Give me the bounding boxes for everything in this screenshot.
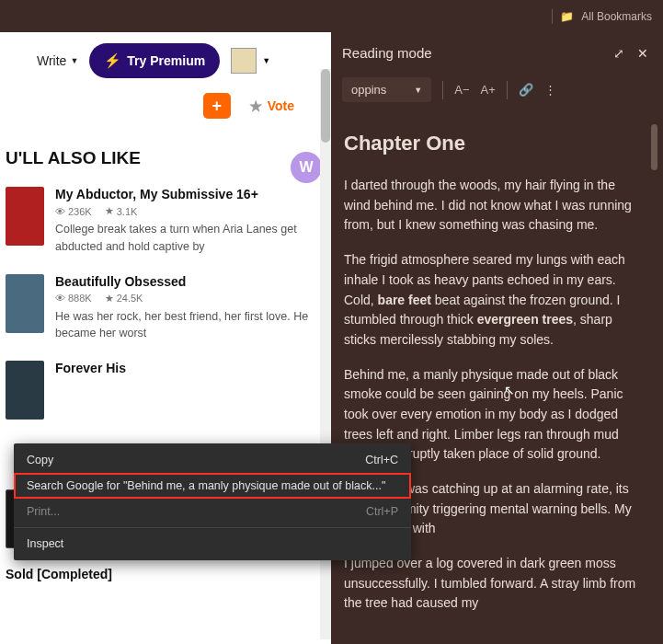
context-inspect[interactable]: Inspect <box>14 531 411 557</box>
stars-stat: ★3.1K <box>105 205 138 217</box>
close-icon[interactable]: ✕ <box>637 46 648 61</box>
story-item[interactable]: My Abductor, My Submissive 16+ 👁236K ★3.… <box>6 178 326 265</box>
font-selector[interactable]: oppins ▼ <box>342 77 431 102</box>
w-badge[interactable]: W <box>291 152 322 183</box>
chevron-down-icon: ▼ <box>70 56 78 65</box>
pin-icon[interactable]: ⤢ <box>613 46 624 61</box>
vote-button[interactable]: ★ Vote <box>249 98 294 115</box>
views-stat: 👁236K <box>55 205 92 217</box>
more-icon[interactable]: ⋮ <box>544 83 556 97</box>
story-item[interactable]: Beautifully Obsessed 👁888K ★24.5K He was… <box>6 265 326 352</box>
paragraph: The frigid atmosphere seared my lungs wi… <box>344 250 637 350</box>
story-item[interactable]: Forever His <box>6 351 326 429</box>
story-cover <box>6 187 44 246</box>
context-print[interactable]: Print... Ctrl+P <box>14 499 411 524</box>
star-icon: ★ <box>249 98 262 115</box>
star-icon: ★ <box>105 293 114 305</box>
user-menu[interactable]: ▼ <box>231 48 270 74</box>
write-button[interactable]: Write ▼ <box>37 53 78 68</box>
eye-icon: 👁 <box>55 206 65 217</box>
folder-icon: 📁 <box>560 10 574 23</box>
story-title[interactable]: Forever His <box>55 361 326 375</box>
try-premium-button[interactable]: ⚡ Try Premium <box>89 43 220 78</box>
font-decrease-button[interactable]: A− <box>454 83 469 97</box>
eye-icon: 👁 <box>55 293 65 304</box>
story-item[interactable]: Sold [Completed] <box>6 558 326 594</box>
chevron-down-icon: ▼ <box>262 56 270 65</box>
add-button[interactable]: + <box>203 93 231 119</box>
story-title[interactable]: My Abductor, My Submissive 16+ <box>55 187 326 201</box>
paragraph: I jumped over a log covered in dark gree… <box>344 554 637 614</box>
story-title[interactable]: Sold [Completed] <box>6 567 326 581</box>
link-icon[interactable]: 🔗 <box>519 83 533 97</box>
story-desc: He was her rock, her best friend, her fi… <box>55 308 326 343</box>
context-copy[interactable]: Copy Ctrl+C <box>14 447 411 473</box>
font-increase-button[interactable]: A+ <box>481 83 496 97</box>
chevron-down-icon: ▼ <box>414 86 422 95</box>
star-icon: ★ <box>105 205 114 217</box>
story-cover <box>6 274 44 333</box>
stars-stat: ★24.5K <box>105 293 143 305</box>
story-title[interactable]: Beautifully Obsessed <box>55 274 326 289</box>
context-menu: Copy Ctrl+C Search Google for "Behind me… <box>14 443 411 560</box>
context-search-google[interactable]: Search Google for "Behind me, a manly ph… <box>14 473 411 499</box>
all-bookmarks-link[interactable]: All Bookmarks <box>581 10 652 23</box>
section-title: U'LL ALSO LIKE <box>0 132 331 178</box>
avatar <box>231 48 257 74</box>
paragraph: I darted through the woods, my hair flyi… <box>344 176 637 236</box>
story-desc: College break takes a turn when Aria Lan… <box>55 221 326 256</box>
views-stat: 👁888K <box>55 293 92 305</box>
scrollbar[interactable] <box>651 124 657 639</box>
reading-mode-title: Reading mode <box>342 45 432 61</box>
chapter-title: Chapter One <box>344 128 637 159</box>
story-cover <box>6 361 44 420</box>
bolt-icon: ⚡ <box>104 52 121 69</box>
